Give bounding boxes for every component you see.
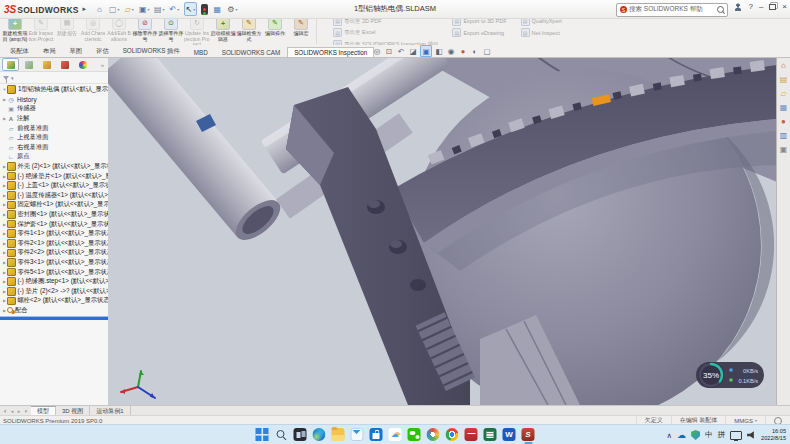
help-button[interactable]: ? [748, 2, 752, 11]
tree-item[interactable]: ▶ 零件2<1> (默认<<默认>_显示状态 [0, 239, 108, 249]
view-tool-icon[interactable] [446, 46, 456, 56]
taskbar-app-icon[interactable] [389, 428, 402, 441]
quick-access-button[interactable] [124, 3, 135, 15]
task-pane-icon[interactable] [778, 116, 789, 126]
display-icon[interactable] [730, 431, 742, 440]
tree-item[interactable]: ▶ 螺栓<2> (默认<<默认>_显示状态 [0, 296, 108, 306]
view-tool-icon[interactable] [420, 45, 432, 57]
view-tool-icon[interactable] [482, 46, 492, 56]
tree-item[interactable]: ▶ 固定螺栓<1> (默认<<默认>_显示 [0, 200, 108, 210]
tree-item[interactable]: ▶ (-) 绝缘圈.step<1> (默认<<默认>_ [0, 277, 108, 287]
taskbar-app-icon[interactable] [313, 428, 326, 441]
hidden-icons-chevron[interactable]: ∧ [667, 431, 673, 440]
command-tab[interactable]: 评估 [89, 45, 116, 57]
ime-chinese-indicator[interactable]: 中 [705, 430, 713, 440]
manager-tab[interactable] [56, 58, 73, 71]
taskbar-app-icon[interactable] [275, 428, 288, 441]
tree-item[interactable]: ▶ 零件5<1> (默认<<默认>_显示状态 [0, 267, 108, 277]
last-tab-icon[interactable]: ⏵ [23, 408, 29, 415]
manager-tab[interactable] [74, 58, 91, 71]
view-tool-icon[interactable] [458, 46, 468, 56]
tree-item[interactable]: ▶ (-) 绝缘垫片<1> (默认<<默认>_显 [0, 171, 108, 181]
next-tab-icon[interactable]: ▸ [16, 408, 22, 414]
tree-item[interactable]: ▶ (-) 温度传感器<1> (默认<<默认>_ [0, 191, 108, 201]
tree-item[interactable]: ▶ 注解 [0, 114, 108, 124]
quick-access-button[interactable] [169, 3, 180, 15]
tree-root-item[interactable]: ▼ 1型铝轴热电偶 (默认<默认_显示状态-1 [0, 85, 108, 95]
command-tab[interactable]: 装配体 [3, 45, 36, 57]
tree-item[interactable]: ▶ 零件3<1> (默认<<默认>_显示状态 [0, 258, 108, 268]
tree-item[interactable]: ▶ History [0, 95, 108, 105]
task-pane-icon[interactable] [778, 130, 789, 140]
taskbar-app-icon[interactable] [408, 428, 421, 441]
tree-item[interactable]: ▶ 配合 [0, 306, 108, 316]
taskbar-app-icon[interactable] [351, 428, 364, 441]
user-account-icon[interactable] [734, 3, 742, 11]
command-tab[interactable]: 布局 [36, 45, 63, 57]
task-pane-icon[interactable] [778, 74, 789, 84]
tree-item[interactable]: ▶ (-) 垫片 (2)<2> ->? (默认<<默认> [0, 286, 108, 296]
taskbar-app-icon[interactable] [332, 428, 345, 441]
tree-item[interactable]: 右视基准面 [0, 143, 108, 153]
graphics-viewport[interactable]: 35% 0KB/s 0.1KB/s [108, 57, 790, 405]
command-tab[interactable]: SOLIDWORKS CAM [215, 47, 287, 57]
manager-tab[interactable] [2, 58, 19, 71]
ribbon-button[interactable]: Add/Edit Balloons [106, 15, 132, 43]
restore-button[interactable] [769, 4, 776, 10]
taskbar-app-icon[interactable] [427, 428, 440, 441]
ribbon-button[interactable]: 启动模板编辑器 [210, 15, 236, 43]
taskbar-app-icon[interactable] [465, 428, 478, 441]
taskbar-app-icon[interactable] [370, 428, 383, 441]
tree-item[interactable]: 上视基准面 [0, 133, 108, 143]
command-tab[interactable]: 草图 [62, 45, 89, 57]
ribbon-button[interactable]: 选择零件序号 [158, 15, 184, 43]
taskbar-app-icon[interactable] [446, 428, 459, 441]
onedrive-icon[interactable] [677, 430, 686, 440]
view-tool-icon[interactable] [396, 46, 406, 56]
security-shield-icon[interactable] [691, 430, 700, 440]
tree-item[interactable]: ▶ 保护套<1> (默认<<默认>_显示状 [0, 219, 108, 229]
tree-item[interactable]: 原点 [0, 152, 108, 162]
quick-access-button[interactable] [79, 3, 90, 15]
task-pane-icon[interactable] [778, 88, 789, 98]
performance-monitor-widget[interactable]: 35% 0KB/s 0.1KB/s [696, 362, 764, 388]
panel-overflow-icon[interactable]: » [101, 62, 106, 68]
net-inspect-button[interactable]: Net-Inspect [521, 28, 562, 37]
quick-access-button[interactable] [201, 4, 208, 15]
view-tool-icon[interactable] [470, 46, 480, 56]
quick-access-button[interactable] [109, 3, 120, 15]
tree-item[interactable]: ▶ 外壳 (2)<1> (默认<<默认>_显示状 [0, 162, 108, 172]
ribbon-button[interactable]: 移除零件序号 [132, 15, 158, 43]
manager-tab[interactable] [20, 58, 37, 71]
ribbon-button[interactable]: 编辑检查方式 [236, 15, 262, 43]
taskbar-app-icon[interactable] [522, 428, 535, 441]
quick-access-button[interactable] [212, 3, 223, 15]
search-icon[interactable] [717, 6, 724, 13]
ribbon-button[interactable]: Edit Inspection Project [28, 15, 54, 43]
manager-tab[interactable] [38, 58, 55, 71]
volume-icon[interactable] [747, 431, 756, 440]
quick-access-button[interactable] [94, 3, 105, 15]
view-tool-icon[interactable] [434, 46, 444, 56]
taskbar-app-icon[interactable] [503, 428, 516, 441]
clock[interactable]: 16:05 2022/8/15 [761, 428, 786, 442]
export-excel-button[interactable]: 导出至 Excel [333, 28, 438, 37]
tree-item[interactable]: ▶ 密封圈<1> (默认<<默认>_显示状 [0, 210, 108, 220]
task-pane-icon[interactable] [778, 144, 789, 154]
tree-item[interactable]: ▶ 零件2<2> (默认<<默认>_显示状态 [0, 248, 108, 258]
quick-access-button[interactable] [184, 2, 197, 16]
tree-item[interactable]: 前视基准面 [0, 123, 108, 133]
minimize-button[interactable]: – [759, 2, 763, 11]
taskbar-app-icon[interactable] [294, 428, 307, 441]
ribbon-button[interactable]: 新建检查项目 (amp;N) [2, 15, 28, 43]
prev-tab-icon[interactable]: ◂ [9, 408, 15, 414]
close-button[interactable]: × [782, 2, 787, 11]
tree-item[interactable]: ▶ 零件1<1> (默认<<默认>_显示状态 [0, 229, 108, 239]
ribbon-button[interactable]: Update Inspection Project [184, 15, 210, 48]
quick-access-button[interactable] [139, 3, 150, 15]
quick-access-button[interactable] [154, 3, 165, 15]
3d-model-view[interactable]: 35% 0KB/s 0.1KB/s [108, 57, 777, 405]
task-pane-icon[interactable] [778, 102, 789, 112]
export-edrawing-button[interactable]: Export eDrawing [452, 28, 506, 37]
command-tab[interactable]: SOLIDWORKS 插件 [116, 45, 187, 57]
